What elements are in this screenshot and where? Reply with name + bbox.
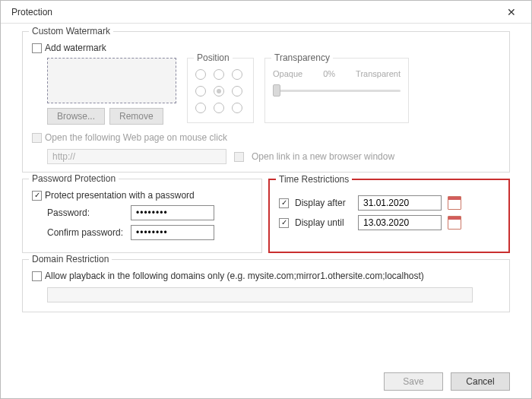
position-top-center[interactable] [214,69,224,80]
position-mid-left[interactable] [195,86,206,97]
calendar-icon[interactable] [448,196,461,210]
weblink-label: Open the following Web page on mouse cli… [45,132,227,143]
save-button[interactable]: Save [384,372,443,391]
protection-dialog: Protection ✕ Custom Watermark Add waterm… [0,0,532,399]
add-watermark-checkbox[interactable] [32,43,42,53]
weblink-row[interactable]: Open the following Web page on mouse cli… [32,132,500,143]
percent-label: 0% [323,69,335,78]
display-until-input[interactable] [358,215,442,230]
confirm-label: Confirm password: [47,227,131,238]
weblink-checkbox[interactable] [32,133,42,143]
position-legend: Position [194,52,233,63]
position-bot-left[interactable] [195,103,206,113]
watermark-body: Browse... Remove Position [32,58,500,125]
add-watermark-label: Add watermark [45,43,106,53]
transparency-slider[interactable] [273,83,401,98]
slider-thumb[interactable] [273,84,280,97]
transparency-group: Transparency Opaque 0% Transparent [264,58,409,123]
confirm-line: Confirm password: [47,225,252,240]
dialog-footer: Save Cancel [1,365,531,398]
display-after-checkbox[interactable] [279,198,289,208]
position-transparency-row: Position [187,58,409,123]
domain-allow-label: Allow playback in the following domains … [45,271,424,281]
display-after-label: Display after [295,198,352,208]
password-label: Password: [47,207,131,218]
browse-button[interactable]: Browse... [47,108,105,125]
close-button[interactable]: ✕ [498,2,525,22]
time-legend: Time Restrictions [276,174,352,185]
protect-label: Protect presentation with a password [45,190,195,201]
position-grid[interactable] [195,69,245,116]
domain-allow-row[interactable]: Allow playback in the following domains … [32,271,500,281]
close-icon: ✕ [507,6,516,18]
dialog-content: Custom Watermark Add watermark Browse...… [1,24,531,365]
calendar-icon[interactable] [448,216,461,230]
position-top-right[interactable] [232,69,242,80]
titlebar: Protection ✕ [1,1,531,24]
display-after-input[interactable] [358,195,442,211]
password-line: Password: [47,205,252,220]
confirm-password-input[interactable] [131,225,214,240]
domain-allow-checkbox[interactable] [32,271,42,281]
position-mid-center[interactable] [214,86,224,97]
watermark-preview [47,58,176,103]
position-top-left[interactable] [195,69,206,80]
password-legend: Password Protection [29,173,119,184]
add-watermark-row[interactable]: Add watermark [32,43,500,53]
domain-restriction-group: Domain Restriction Allow playback in the… [22,259,510,312]
dialog-title: Protection [11,7,52,17]
watermark-buttons: Browse... Remove [47,108,176,125]
password-protection-group: Password Protection Protect presentation… [22,179,262,253]
slider-track [273,90,401,92]
password-input[interactable] [131,205,214,220]
newwindow-label: Open link in a new browser window [252,151,394,162]
protect-row[interactable]: Protect presentation with a password [32,190,252,201]
weblink-input[interactable] [47,149,226,164]
custom-watermark-legend: Custom Watermark [29,26,113,36]
weblink-input-row: Open link in a new browser window [32,149,500,164]
time-restrictions-group: Time Restrictions Display after Display … [268,179,510,253]
position-mid-right[interactable] [232,86,242,97]
opaque-label: Opaque [273,69,302,78]
position-group: Position [187,58,254,123]
domain-legend: Domain Restriction [29,254,112,264]
display-after-row: Display after [279,195,499,211]
position-bot-right[interactable] [232,103,242,113]
password-time-row: Password Protection Protect presentation… [22,179,510,259]
remove-button[interactable]: Remove [109,108,163,125]
display-until-row: Display until [279,215,499,230]
domain-input[interactable] [47,287,473,302]
display-until-label: Display until [295,217,352,228]
transparency-labels: Opaque 0% Transparent [273,69,401,78]
cancel-button[interactable]: Cancel [451,372,510,391]
custom-watermark-group: Custom Watermark Add watermark Browse...… [22,31,510,173]
transparent-label: Transparent [356,69,401,78]
watermark-left: Browse... Remove [47,58,176,125]
transparency-legend: Transparency [271,52,333,63]
protect-checkbox[interactable] [32,191,42,201]
newwindow-checkbox[interactable] [234,152,244,162]
position-bot-center[interactable] [214,103,224,113]
display-until-checkbox[interactable] [279,218,289,228]
